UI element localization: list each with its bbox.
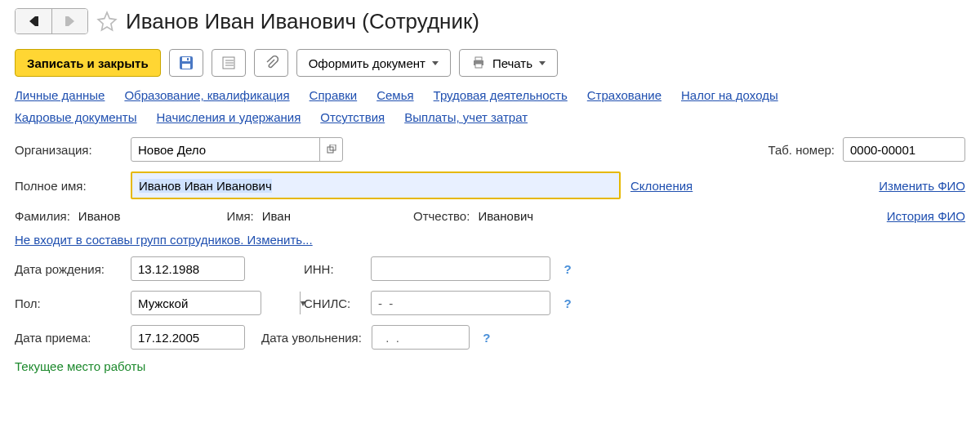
favorite-star-icon[interactable] bbox=[96, 11, 118, 32]
change-fio-link[interactable]: Изменить ФИО bbox=[879, 179, 965, 193]
nav-back-button[interactable] bbox=[16, 9, 51, 33]
save-close-label: Записать и закрыть bbox=[27, 56, 149, 70]
hire-date-input[interactable] bbox=[131, 325, 245, 350]
nav-forward-button[interactable] bbox=[51, 9, 87, 33]
declensions-link[interactable]: Склонения bbox=[630, 179, 693, 193]
sex-value[interactable] bbox=[131, 292, 300, 314]
fire-date-input[interactable] bbox=[372, 325, 470, 350]
snils-help-icon[interactable]: ? bbox=[560, 296, 575, 310]
name-value: Иван bbox=[262, 209, 291, 223]
tabs-row-2: Кадровые документы Начисления и удержани… bbox=[15, 110, 965, 124]
fire-date-label: Дата увольнения: bbox=[261, 331, 362, 345]
attach-button[interactable] bbox=[254, 49, 288, 77]
dob-label: Дата рождения: bbox=[15, 262, 121, 276]
print-button[interactable]: Печать bbox=[459, 49, 558, 77]
printer-icon bbox=[471, 56, 486, 70]
organization-input[interactable] bbox=[131, 138, 319, 161]
arrow-left-icon bbox=[26, 15, 41, 28]
svg-rect-5 bbox=[187, 58, 189, 60]
tab-family[interactable]: Семья bbox=[376, 88, 413, 102]
inn-label: ИНН: bbox=[304, 262, 361, 276]
history-fio-link[interactable]: История ФИО bbox=[887, 209, 965, 223]
tab-references[interactable]: Справки bbox=[310, 88, 358, 102]
inn-help-icon[interactable]: ? bbox=[560, 262, 575, 276]
open-reference-icon[interactable] bbox=[319, 138, 342, 161]
fullname-label: Полное имя: bbox=[15, 179, 121, 193]
tab-hr-documents[interactable]: Кадровые документы bbox=[15, 110, 137, 124]
snils-input[interactable] bbox=[371, 291, 550, 315]
current-workplace-heading: Текущее место работы bbox=[15, 359, 965, 373]
sex-select[interactable]: ▾ bbox=[131, 291, 261, 315]
tab-work-activity[interactable]: Трудовая деятельность bbox=[434, 88, 568, 102]
tab-absences[interactable]: Отсутствия bbox=[320, 110, 385, 124]
tab-accruals[interactable]: Начисления и удержания bbox=[157, 110, 301, 124]
patronymic-label: Отчество: bbox=[413, 209, 470, 223]
surname-value: Иванов bbox=[78, 209, 121, 223]
organization-input-wrap bbox=[131, 137, 343, 162]
tab-insurance[interactable]: Страхование bbox=[587, 88, 662, 102]
chevron-down-icon bbox=[539, 61, 546, 65]
fullname-input-wrap bbox=[131, 172, 621, 199]
snils-label: СНИЛС: bbox=[304, 296, 361, 310]
svg-rect-11 bbox=[475, 57, 482, 60]
fire-help-icon[interactable]: ? bbox=[479, 331, 494, 345]
employee-groups-link[interactable]: Не входит в составы групп сотрудников. И… bbox=[15, 233, 313, 247]
sex-label: Пол: bbox=[15, 296, 121, 310]
nav-history bbox=[15, 8, 88, 34]
save-icon bbox=[179, 56, 194, 70]
list-button[interactable] bbox=[212, 49, 246, 77]
svg-rect-3 bbox=[182, 57, 190, 61]
list-icon bbox=[221, 56, 236, 70]
tab-personal-data[interactable]: Личные данные bbox=[15, 88, 105, 102]
name-label: Имя: bbox=[226, 209, 253, 223]
tab-education[interactable]: Образование, квалификация bbox=[124, 88, 289, 102]
organization-label: Организация: bbox=[15, 143, 121, 157]
chevron-down-icon bbox=[432, 61, 439, 65]
issue-document-button[interactable]: Оформить документ bbox=[296, 49, 451, 77]
svg-rect-12 bbox=[475, 64, 482, 68]
svg-rect-1 bbox=[65, 16, 69, 26]
page-title: Иванов Иван Иванович (Сотрудник) bbox=[126, 9, 479, 34]
tab-payments[interactable]: Выплаты, учет затрат bbox=[404, 110, 528, 124]
tab-income-tax[interactable]: Налог на доходы bbox=[681, 88, 778, 102]
svg-rect-4 bbox=[182, 64, 190, 69]
svg-rect-0 bbox=[35, 16, 38, 26]
inn-input[interactable] bbox=[371, 256, 550, 281]
surname-label: Фамилия: bbox=[15, 209, 70, 223]
tabno-label: Таб. номер: bbox=[768, 143, 835, 157]
arrow-right-icon bbox=[63, 15, 78, 28]
fullname-input[interactable] bbox=[132, 173, 619, 198]
save-close-button[interactable]: Записать и закрыть bbox=[15, 49, 161, 77]
hire-date-label: Дата приема: bbox=[15, 331, 121, 345]
paperclip-icon bbox=[264, 56, 278, 70]
patronymic-value: Иванович bbox=[478, 209, 533, 223]
dob-input[interactable] bbox=[131, 256, 245, 281]
print-label: Печать bbox=[492, 56, 532, 70]
save-button[interactable] bbox=[169, 49, 203, 77]
tabs-row-1: Личные данные Образование, квалификация … bbox=[15, 88, 965, 102]
issue-document-label: Оформить документ bbox=[309, 56, 425, 70]
tabno-input[interactable] bbox=[843, 137, 965, 162]
